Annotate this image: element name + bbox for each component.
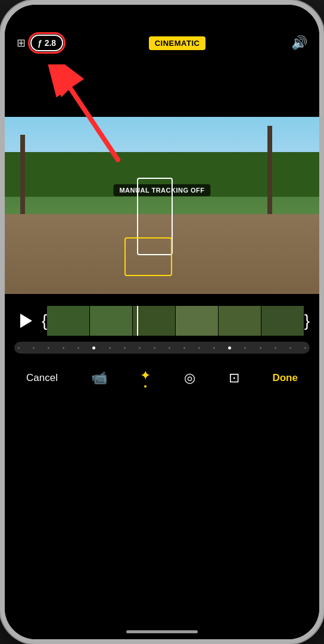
scrubber-dot [33, 347, 35, 349]
volume-icon[interactable]: 🔊 [291, 35, 307, 51]
video-preview: MANUAL TRACKING OFF [5, 117, 319, 294]
scrubber-dot [198, 347, 200, 349]
home-indicator [126, 630, 198, 633]
scrubber-dot [154, 347, 155, 349]
scrubber-dots [18, 346, 306, 349]
phone-frame: ⊞ ƒ 2.8 CINEMATIC 🔊 [0, 0, 324, 644]
tracking-box-dog[interactable] [124, 237, 172, 276]
palm-tree-right [267, 126, 272, 223]
scrubber-bar[interactable] [14, 342, 310, 354]
timeline-frame-6 [261, 306, 304, 336]
cinematic-label: CINEMATIC [155, 39, 200, 48]
scrubber-dot [275, 347, 276, 349]
scrubber-dot [289, 347, 291, 349]
phone-screen: ⊞ ƒ 2.8 CINEMATIC 🔊 [5, 5, 319, 639]
camera-tool-button[interactable]: 📹 [91, 370, 107, 386]
timeline-frame-1 [47, 306, 90, 336]
aperture-badge-highlight [28, 32, 66, 54]
main-content: MANUAL TRACKING OFF { [5, 57, 319, 639]
volume-button-left [0, 124, 2, 154]
done-button[interactable]: Done [272, 372, 298, 384]
scrubber-dot [244, 347, 246, 349]
play-triangle-icon [20, 314, 32, 328]
timeline-container: { } [14, 306, 310, 336]
grid-icon: ⊞ [17, 36, 26, 49]
phone-notch [123, 5, 201, 21]
scrubber-dot [213, 347, 215, 349]
timeline-frame-4 [176, 306, 219, 336]
scrubber-dot [48, 347, 49, 349]
scrubber-dot [18, 347, 20, 349]
scrubber-dot-active-2 [228, 346, 231, 349]
bottom-section: { } [5, 294, 319, 400]
scrubber-dot [77, 347, 79, 349]
scrubber-dot [304, 347, 306, 349]
play-button[interactable] [14, 309, 38, 333]
cancel-button[interactable]: Cancel [26, 372, 58, 384]
brightness-tool-button[interactable]: ✦ [140, 368, 151, 388]
timeline-frames [47, 306, 304, 336]
focus-tool-button[interactable]: ◎ [184, 370, 195, 386]
active-indicator [144, 385, 147, 388]
focus-icon: ◎ [184, 370, 195, 386]
bottom-toolbar: Cancel 📹 ✦ ◎ ⊡ Done [14, 363, 310, 400]
video-frame: MANUAL TRACKING OFF [5, 117, 319, 294]
scrubber-dot [183, 347, 185, 349]
crop-tool-button[interactable]: ⊡ [229, 370, 239, 386]
scrubber-dot [109, 347, 111, 349]
timeline-playhead [137, 306, 138, 336]
camera-icon: 📹 [91, 370, 107, 386]
scrubber-dot [260, 347, 261, 349]
aperture-badge[interactable]: ƒ 2.8 [30, 35, 63, 51]
timeline-strip[interactable]: { } [42, 306, 310, 336]
scrubber-dot-active [92, 346, 95, 349]
timeline-frame-5 [219, 306, 261, 336]
timeline-bracket-left: { [42, 306, 47, 336]
crop-icon: ⊡ [229, 370, 239, 386]
scrubber-dot [169, 347, 170, 349]
scrubber-dot [139, 347, 141, 349]
scrubber-dot [124, 347, 126, 349]
timeline-frame-3 [133, 306, 176, 336]
top-bar-left: ⊞ ƒ 2.8 [17, 35, 63, 51]
timeline-bracket-right: } [304, 306, 310, 336]
scrubber-dot [63, 347, 64, 349]
cinematic-badge[interactable]: CINEMATIC [149, 36, 206, 50]
sun-icon: ✦ [140, 368, 151, 383]
timeline-frame-2 [90, 306, 133, 336]
